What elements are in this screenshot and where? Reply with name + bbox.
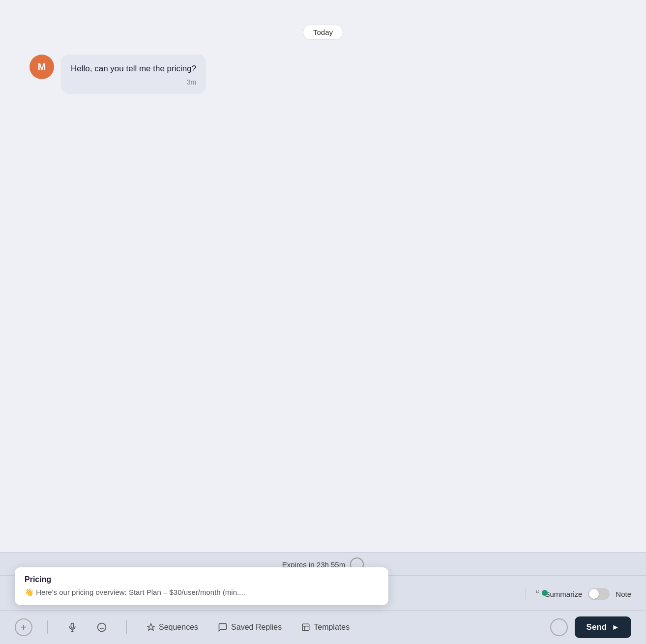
summarize-toggle[interactable]: [588, 588, 610, 600]
toolbar-left: +: [15, 618, 550, 636]
quote-icon: “: [536, 588, 539, 600]
add-icon: +: [21, 622, 27, 633]
toolbar: +: [0, 610, 646, 644]
svg-rect-6: [302, 624, 309, 631]
send-arrow-icon: ►: [612, 623, 619, 632]
saved-replies-label: Saved Replies: [231, 623, 282, 632]
emoji-button[interactable]: [92, 619, 112, 635]
avatar: M: [29, 55, 54, 79]
bottom-panel: Expires in 23h 55m Pricing 👋 Here's our …: [0, 552, 646, 644]
suggestion-body: 👋 Here's our pricing overview: Start Pla…: [25, 587, 379, 597]
online-dot: [542, 590, 548, 596]
summarize-label: Summarize: [545, 590, 582, 598]
emoji-icon: [97, 622, 107, 632]
status-circle[interactable]: [550, 618, 568, 636]
templates-icon: [301, 623, 310, 632]
suggestion-popup[interactable]: Pricing 👋 Here's our pricing overview: S…: [15, 567, 388, 605]
toolbar-right: Send ►: [550, 616, 631, 638]
message-bubble: Hello, can you tell me the pricing? 3m: [61, 55, 206, 94]
suggestion-title: Pricing: [25, 575, 379, 584]
templates-button[interactable]: Templates: [296, 620, 354, 635]
add-button[interactable]: +: [15, 618, 32, 636]
svg-rect-0: [71, 623, 74, 628]
message-row: M Hello, can you tell me the pricing? 3m: [29, 55, 617, 94]
send-button[interactable]: Send ►: [575, 616, 631, 638]
today-label: Today: [303, 25, 343, 40]
divider-2: [126, 620, 127, 634]
message-time: 3m: [71, 78, 196, 86]
suggestion-container: Pricing 👋 Here's our pricing overview: S…: [0, 576, 646, 610]
sequences-label: Sequences: [159, 623, 198, 632]
send-label: Send: [587, 622, 607, 632]
compose-right: “ Summarize Note: [526, 588, 631, 600]
divider-1: [47, 620, 48, 634]
saved-replies-button[interactable]: Saved Replies: [213, 619, 287, 635]
sequences-icon: [147, 623, 155, 632]
saved-replies-icon: [218, 622, 228, 632]
today-badge: Today: [29, 25, 617, 40]
sequences-button[interactable]: Sequences: [142, 620, 203, 635]
chat-area: Today M Hello, can you tell me the prici…: [0, 0, 646, 552]
mic-button[interactable]: [62, 619, 82, 635]
note-label: Note: [616, 590, 631, 598]
svg-point-3: [98, 623, 106, 632]
templates-label: Templates: [314, 623, 350, 632]
toggle-knob: [589, 589, 599, 599]
mic-icon: [67, 622, 77, 632]
message-text: Hello, can you tell me the pricing?: [71, 62, 196, 75]
